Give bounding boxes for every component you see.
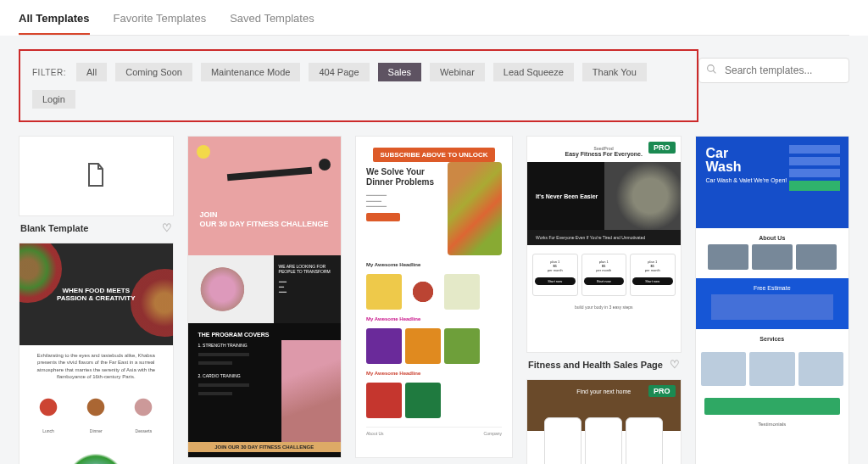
- template-fitness-health[interactable]: PRO SeedProdEasy Fitness For Everyone. I…: [526, 136, 682, 353]
- search-input[interactable]: [698, 58, 849, 83]
- template-health-label: Fitness and Health Sales Page: [528, 360, 663, 370]
- hero-line2: PASSION & CREATIVITY: [57, 294, 136, 302]
- pro-badge: PRO: [648, 385, 676, 397]
- template-gallery: Blank Template ♡ PRO WHEN FOOD MEETS PAS…: [0, 122, 868, 464]
- filter-bar: FILTER: All Coming Soon Maintenance Mode…: [19, 49, 698, 122]
- filter-webinar[interactable]: Webinar: [430, 63, 485, 81]
- dinner-headline: We Solve Your Dinner Problems: [366, 167, 442, 187]
- pizza-image: [448, 162, 502, 255]
- hero-line1: WHEN FOOD MEETS: [62, 287, 130, 294]
- template-dinner[interactable]: SUBSCRIBE ABOVE TO UNLOCK We Solve Your …: [355, 136, 513, 458]
- tab-all[interactable]: All Templates: [19, 12, 90, 35]
- template-carwash[interactable]: PRO CarWash Car Wash & Valet We're Open!…: [695, 136, 850, 464]
- filter-thank-you[interactable]: Thank You: [582, 63, 647, 81]
- filter-label: FILTER:: [32, 68, 66, 77]
- favorite-icon[interactable]: ♡: [670, 358, 680, 371]
- template-blank[interactable]: [19, 136, 174, 216]
- food-desc: Exhilarating to the eyes and tastebuds a…: [19, 345, 173, 388]
- filter-sales[interactable]: Sales: [378, 63, 422, 81]
- filter-coming-soon[interactable]: Coming Soon: [115, 63, 192, 81]
- filter-maintenance[interactable]: Maintenance Mode: [201, 63, 301, 81]
- search-wrap: [698, 58, 849, 83]
- favorite-icon[interactable]: ♡: [162, 221, 172, 234]
- filter-404[interactable]: 404 Page: [309, 63, 369, 81]
- tab-favorite[interactable]: Favorite Templates: [114, 12, 207, 35]
- filter-login[interactable]: Login: [32, 90, 75, 109]
- filter-lead-squeeze[interactable]: Lead Squeeze: [493, 63, 574, 81]
- template-blank-label: Blank Template: [20, 223, 89, 233]
- signup-form: [789, 145, 840, 194]
- template-home[interactable]: PRO Find your next home: [526, 379, 682, 464]
- template-restaurant[interactable]: PRO WHEN FOOD MEETS PASSION & CREATIVITY…: [19, 243, 174, 464]
- cta-button: [366, 213, 400, 221]
- template-fitness[interactable]: JOINOUR 30 DAY FITNESS CHALLENGE WE ARE …: [187, 136, 342, 458]
- tab-saved[interactable]: Saved Templates: [230, 12, 314, 35]
- filter-all[interactable]: All: [76, 63, 107, 81]
- tabs: All Templates Favorite Templates Saved T…: [19, 12, 849, 36]
- pro-badge: PRO: [648, 142, 676, 154]
- subscribe-badge: SUBSCRIBE ABOVE TO UNLOCK: [373, 148, 494, 162]
- document-icon: [86, 162, 106, 191]
